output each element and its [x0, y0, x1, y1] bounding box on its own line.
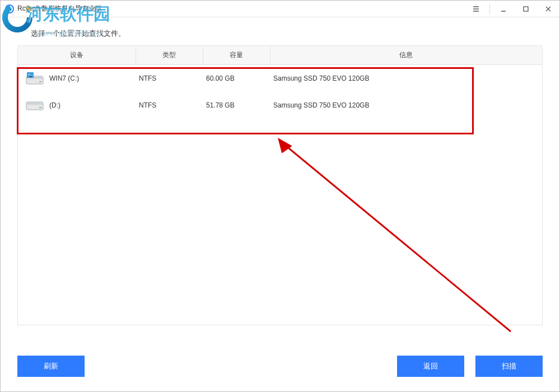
back-button[interactable]: 返回: [397, 356, 464, 377]
svg-rect-2: [524, 7, 528, 11]
os-drive-icon: [26, 72, 44, 85]
instruction-text: 选择一个位置开始查找文件。: [31, 29, 543, 39]
drive-capacity: 51.78 GB: [203, 92, 270, 119]
footer: 刷新 返回 扫描: [1, 352, 559, 391]
svg-marker-14: [26, 5, 33, 13]
close-button[interactable]: [537, 1, 559, 17]
col-header-capacity: 容量: [203, 46, 270, 65]
drive-name: (D:): [49, 101, 60, 109]
col-header-type: 类型: [136, 46, 203, 65]
scan-button[interactable]: 扫描: [475, 356, 543, 377]
svg-marker-12: [276, 138, 293, 155]
svg-rect-9: [26, 102, 43, 105]
svg-rect-10: [39, 107, 41, 108]
svg-rect-7: [30, 76, 32, 77]
title-bar: Rcysoft 数据恢复向导专业版: [1, 1, 559, 17]
col-header-info: 信息: [270, 46, 542, 65]
svg-point-13: [5, 5, 30, 30]
drive-capacity: 60.00 GB: [203, 65, 270, 92]
col-header-device: 设备: [18, 46, 136, 65]
data-drive-icon: [26, 99, 44, 112]
drive-info: Samsung SSD 750 EVO 120GB: [270, 65, 542, 92]
maximize-button[interactable]: [515, 1, 537, 17]
svg-line-11: [286, 146, 511, 332]
table-row[interactable]: WIN7 (C:) NTFS 60.00 GB Samsung SSD 750 …: [18, 65, 542, 92]
minimize-button[interactable]: [492, 1, 515, 17]
drive-name: WIN7 (C:): [49, 74, 79, 82]
svg-rect-5: [39, 81, 41, 82]
watermark-logo: [2, 2, 35, 35]
menu-button[interactable]: [465, 1, 487, 17]
drive-info: Samsung SSD 750 EVO 120GB: [270, 92, 542, 119]
refresh-button[interactable]: 刷新: [17, 356, 85, 377]
drive-type: NTFS: [136, 92, 203, 119]
drive-type: NTFS: [136, 65, 203, 92]
annotation-arrow: [276, 136, 522, 343]
drive-table: 设备 类型 容量 信息: [17, 45, 543, 325]
table-row[interactable]: (D:) NTFS 51.78 GB Samsung SSD 750 EVO 1…: [18, 92, 542, 119]
title-divider: [489, 4, 490, 14]
